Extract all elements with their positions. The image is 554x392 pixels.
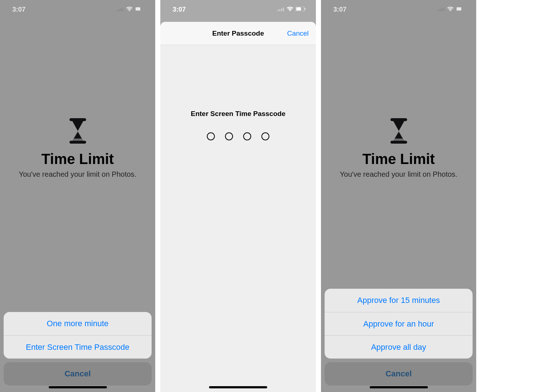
status-bar: 3:07: [0, 0, 155, 17]
svg-rect-12: [296, 7, 301, 11]
phone-middle: 3:07 Enter Passcode Cancel Enter Screen …: [160, 0, 316, 392]
status-time: 3:07: [173, 6, 186, 13]
one-more-minute-button[interactable]: One more minute: [4, 312, 152, 335]
svg-rect-3: [122, 8, 123, 11]
svg-rect-15: [439, 9, 441, 11]
action-sheet-options: Approve for 15 minutes Approve for an ho…: [325, 289, 473, 359]
svg-rect-1: [119, 9, 120, 11]
battery-icon: [456, 6, 466, 13]
approve-all-day-button[interactable]: Approve all day: [325, 335, 473, 359]
home-indicator: [49, 386, 107, 388]
passcode-dot: [225, 132, 233, 140]
svg-rect-13: [305, 8, 306, 10]
svg-rect-10: [283, 8, 284, 11]
status-time: 3:07: [12, 6, 25, 13]
cellular-icon: [277, 6, 285, 13]
passcode-dot: [243, 132, 251, 140]
phone-right: Time Limit You've reached your limit on …: [321, 0, 476, 392]
svg-rect-17: [443, 8, 444, 11]
svg-rect-2: [120, 8, 121, 11]
passcode-dot: [261, 132, 269, 140]
cancel-button[interactable]: Cancel: [287, 22, 309, 45]
svg-rect-5: [136, 7, 140, 11]
home-indicator: [209, 386, 267, 388]
svg-rect-19: [457, 7, 461, 11]
cellular-icon: [438, 6, 445, 13]
svg-rect-20: [465, 8, 466, 10]
status-bar: 3:07: [321, 0, 476, 17]
home-indicator: [370, 386, 428, 388]
svg-rect-7: [277, 10, 278, 11]
action-sheet: Approve for 15 minutes Approve for an ho…: [325, 289, 473, 385]
passcode-header: Enter Passcode Cancel: [160, 22, 316, 45]
passcode-sheet: Enter Passcode Cancel Enter Screen Time …: [160, 22, 316, 392]
svg-rect-16: [441, 8, 442, 11]
wifi-icon: [287, 6, 293, 13]
svg-rect-6: [144, 8, 145, 10]
svg-rect-8: [279, 9, 280, 11]
wifi-icon: [447, 6, 454, 13]
svg-rect-0: [117, 10, 118, 11]
enter-passcode-button[interactable]: Enter Screen Time Passcode: [4, 335, 152, 359]
action-sheet-options: One more minute Enter Screen Time Passco…: [4, 312, 152, 359]
passcode-input[interactable]: [160, 132, 316, 140]
passcode-dot: [207, 132, 215, 140]
passcode-prompt: Enter Screen Time Passcode: [160, 110, 316, 118]
cancel-button[interactable]: Cancel: [4, 362, 152, 385]
cancel-button[interactable]: Cancel: [325, 362, 473, 385]
approve-15-minutes-button[interactable]: Approve for 15 minutes: [325, 289, 473, 312]
approve-hour-button[interactable]: Approve for an hour: [325, 312, 473, 335]
action-sheet: One more minute Enter Screen Time Passco…: [4, 312, 152, 385]
status-bar: 3:07: [160, 0, 316, 17]
svg-rect-14: [438, 10, 439, 11]
battery-icon: [296, 6, 306, 13]
cellular-icon: [117, 6, 124, 13]
svg-rect-9: [281, 8, 282, 11]
passcode-header-title: Enter Passcode: [212, 29, 264, 37]
phone-left: Time Limit You've reached your limit on …: [0, 0, 155, 392]
wifi-icon: [126, 6, 133, 13]
status-time: 3:07: [333, 6, 346, 13]
battery-icon: [135, 6, 145, 13]
